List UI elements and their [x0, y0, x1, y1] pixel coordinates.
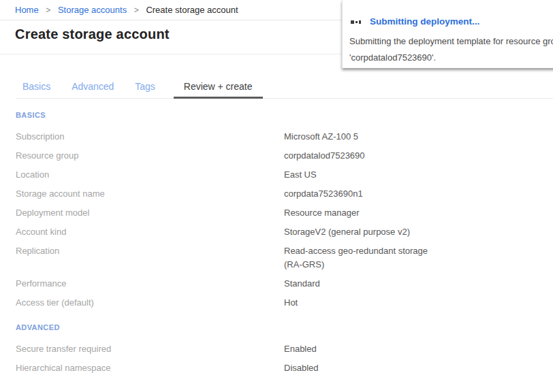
row-replication: Replication Read-access geo-redundant st…	[0, 242, 553, 274]
row-subscription: Subscription Microsoft AZ-100 5	[0, 127, 553, 146]
breadcrumb-current-page: Create storage account	[146, 5, 238, 15]
tab-review-create[interactable]: Review + create	[174, 80, 263, 99]
row-label: Storage account name	[0, 187, 284, 201]
row-value: StorageV2 (general purpose v2)	[284, 225, 447, 239]
row-storage-account-name: Storage account name corpdata7523690n1	[0, 184, 553, 203]
tab-basics[interactable]: Basics	[22, 80, 50, 99]
breadcrumb-separator: >	[134, 5, 139, 15]
row-value: Read-access geo-redundant storage (RA-GR…	[284, 244, 447, 272]
toast-title-link[interactable]: Submitting deployment...	[370, 16, 479, 27]
toast-message-line-2: 'corpdatalod7523690'.	[349, 50, 553, 66]
toast-title-row: Submitting deployment...	[349, 16, 553, 27]
row-label: Account kind	[0, 225, 284, 239]
section-title-advanced: ADVANCED	[16, 322, 553, 333]
row-label: Deployment model	[0, 206, 284, 220]
row-value: Hot	[284, 296, 447, 310]
tab-bar: Basics Advanced Tags Review + create	[16, 80, 553, 99]
deployment-blocks-icon	[351, 20, 361, 24]
row-value: corpdatalod7523690	[284, 149, 447, 163]
row-value: East US	[284, 168, 447, 182]
row-label: Subscription	[0, 130, 284, 144]
row-access-tier: Access tier (default) Hot	[0, 293, 553, 312]
row-label: Replication	[0, 244, 284, 272]
row-performance: Performance Standard	[0, 274, 553, 293]
basics-rows: Subscription Microsoft AZ-100 5 Resource…	[0, 127, 553, 312]
row-deployment-model: Deployment model Resource manager	[0, 203, 553, 223]
row-label: Secure transfer required	[0, 342, 284, 356]
row-account-kind: Account kind StorageV2 (general purpose …	[0, 223, 553, 242]
breadcrumb-home-link[interactable]: Home	[15, 5, 39, 15]
deployment-toast[interactable]: Submitting deployment... Submitting the …	[342, 0, 553, 68]
row-value: Enabled	[284, 342, 447, 356]
tab-tags[interactable]: Tags	[135, 80, 155, 99]
row-secure-transfer: Secure transfer required Enabled	[0, 340, 553, 359]
row-hierarchical-namespace: Hierarchical namespace Disabled	[0, 359, 553, 378]
breadcrumb-storage-accounts-link[interactable]: Storage accounts	[58, 5, 127, 15]
toast-message: Submitting the deployment template for r…	[349, 33, 553, 66]
row-label: Access tier (default)	[0, 296, 284, 310]
row-resource-group: Resource group corpdatalod7523690	[0, 146, 553, 165]
row-label: Location	[0, 168, 284, 182]
advanced-rows: Secure transfer required Enabled Hierarc…	[0, 340, 553, 378]
row-location: Location East US	[0, 165, 553, 184]
row-value: corpdata7523690n1	[284, 187, 447, 201]
section-title-basics: BASICS	[16, 110, 553, 120]
toast-message-line-1: Submitting the deployment template for r…	[349, 33, 553, 50]
breadcrumb-separator: >	[46, 5, 50, 15]
row-value: Disabled	[284, 361, 447, 375]
row-label: Performance	[0, 277, 284, 291]
row-label: Resource group	[0, 149, 284, 163]
row-value: Microsoft AZ-100 5	[284, 130, 447, 144]
tab-advanced[interactable]: Advanced	[72, 80, 114, 99]
row-value: Resource manager	[284, 206, 447, 220]
row-label: Hierarchical namespace	[0, 361, 284, 375]
create-storage-account-page: { "breadcrumb": { "separator": ">", "ite…	[0, 0, 553, 392]
row-value: Standard	[284, 277, 447, 291]
